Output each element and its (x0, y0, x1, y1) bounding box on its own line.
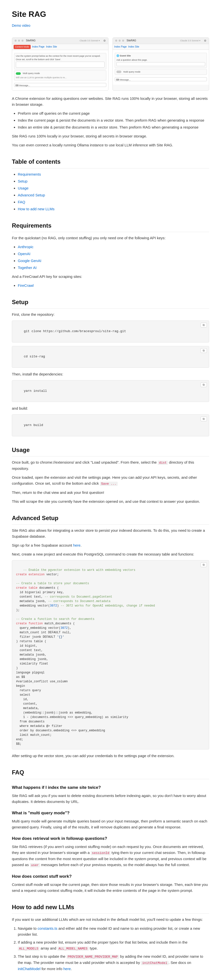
demo-link[interactable]: Demo video (12, 23, 30, 28)
screenshot-left-subtitle: Claude 3.5 Sonnet ▾ (80, 39, 100, 42)
faq-a4: Context stuff mode will scrape the curre… (12, 882, 209, 894)
storage-note: Site RAG runs 100% locally in your brows… (12, 133, 209, 139)
screenshot-right-header: SiteRAG Claude 3.5 Sonnet ▾ ⚙ (113, 38, 209, 45)
faq-q2: What is "multi query mode"? (12, 810, 209, 816)
left-input-1[interactable] (16, 62, 104, 68)
sql-copy-btn[interactable]: ⧉ (200, 562, 207, 567)
rnav-index-page[interactable]: Index Page (114, 45, 127, 49)
faq-q4: How does context stuff work? (12, 873, 209, 880)
sessionid-inline: sessionId (91, 851, 110, 855)
signup-link[interactable]: here (73, 543, 81, 547)
install-note: Then, install the dependencies: (12, 371, 209, 377)
constants-link[interactable]: constants.ts (38, 926, 57, 931)
setup-heading: Setup (12, 298, 209, 309)
sql-code-block: ⧉-- Enable the pgvector extension to wor… (12, 560, 209, 749)
add-llms-step-2: If adding a new provider list, ensure yo… (18, 939, 209, 951)
screenshot-right-content: 🌐 Guest Site Ask a question about this p… (113, 50, 209, 85)
install-cmd: yarn install (24, 389, 47, 393)
page-container: Site RAG Demo video SiteRAG Claude 3.5 S… (0, 0, 221, 980)
ollama-note: You can even connect a locally running O… (12, 142, 209, 148)
faq-q3: How does retrieval work in followup ques… (12, 835, 209, 842)
requirements-intro: For the quickstart (no RAG, only context… (12, 235, 209, 241)
toc-heading: Table of contents (12, 157, 209, 168)
usage-heading: Usage (12, 445, 209, 457)
right-input-1[interactable] (117, 62, 205, 66)
left-chat-area: ⌨ Message... (14, 81, 106, 88)
screenshot-area: SiteRAG Claude 3.5 Sonnet ▾ ⚙ Content Mo… (12, 37, 209, 91)
all-model-names-inline: ALL_MODEL_NAMES (57, 947, 89, 951)
advanced-setup-heading: Advanced Setup (12, 514, 209, 525)
api-keys-list: Anthropic OpenAI Google GenAI Together A… (18, 244, 209, 271)
faq-a1: Site RAG will ask you if you want to del… (12, 793, 209, 805)
right-chat-area: ⌨ Message... (115, 76, 207, 83)
rnav-index-site[interactable]: Index Site (128, 45, 139, 49)
clone-code-block: ⧉git clone https://github.com/bracesprou… (12, 320, 209, 342)
cd-code-block: ⧉cd site-rag (12, 346, 209, 368)
toc-item-requirements[interactable]: Requirements (18, 171, 209, 177)
screenshot-left: SiteRAG Claude 3.5 Sonnet ▾ ⚙ Content Mo… (12, 37, 109, 91)
build-copy-btn[interactable]: ⧉ (200, 417, 207, 421)
nav-content-mode[interactable]: Content Mode (14, 45, 31, 49)
clone-cmd: git clone https://github.com/bracesproul… (24, 329, 126, 333)
api-key-openai: OpenAI (18, 251, 209, 257)
usage-step-3: Then, return to the chat view and ask yo… (12, 490, 209, 496)
install-copy-btn[interactable]: ⧉ (200, 382, 207, 387)
add-llms-steps: Navigate to constants.ts and either add … (18, 926, 209, 972)
dot3 (22, 40, 24, 41)
right-panel-guest: 🌐 Guest Site Ask a question about this p… (115, 53, 207, 68)
toc-item-usage[interactable]: Usage (18, 185, 209, 191)
toggle-2[interactable] (117, 71, 122, 73)
initchatmodel-link[interactable]: initChatModel (18, 967, 41, 971)
screenshot-left-icon: ⚙ (103, 39, 106, 43)
screenshot-left-content: Use the system prompt below as the conte… (12, 50, 108, 91)
add-llms-heading: How to add new LLMs (12, 902, 209, 914)
provider-map-inline: PROVIDER_NAME_PROVIDER_MAP (66, 955, 119, 959)
initchatmodel-inline: initChatModel (141, 961, 168, 965)
left-message-input[interactable]: ⌨ Message... (14, 83, 106, 87)
faq-heading: FAQ (12, 768, 209, 779)
build-note: and build: (12, 406, 209, 411)
screenshot-left-header: SiteRAG Claude 3.5 Sonnet ▾ ⚙ (12, 38, 108, 45)
firecrawl-list: FireCrawl (18, 283, 209, 288)
right-panel-2: Multi query mode (115, 69, 207, 75)
toc-item-advanced[interactable]: Advanced Setup (18, 192, 209, 198)
setup-intro: First, clone the repository: (12, 312, 209, 318)
cd-copy-btn[interactable]: ⧉ (200, 348, 207, 353)
advanced-signup: Sign up for a free Supabase account here… (12, 542, 209, 548)
faq-a2: Multi query mode will generate multiple … (12, 818, 209, 830)
screenshot-left-nav: Content Mode Index Page Index Site (12, 44, 108, 50)
faq-a3: Site RAG retrieves (if you aren't using … (12, 844, 209, 868)
here-link[interactable]: here (63, 967, 71, 971)
left-panel-1: Use the system prompt below as the conte… (14, 53, 106, 70)
left-panel-2: Multi query mode Will use an LLM to gene… (14, 70, 106, 81)
screenshot-right-model: Claude 3.5 Sonnet ▾ (180, 39, 200, 42)
dot1 (14, 40, 17, 41)
all-models-inline: ALL_MODELS (18, 947, 39, 951)
api-key-google: Google GenAI (18, 258, 209, 264)
api-key-anthropic: Anthropic (18, 244, 209, 250)
clone-copy-btn[interactable]: ⧉ (200, 323, 207, 328)
add-llms-step-1: Navigate to constants.ts and either add … (18, 926, 209, 937)
nav-index-page[interactable]: Index Page (32, 45, 45, 49)
dot2 (18, 40, 20, 41)
toc-item-setup[interactable]: Setup (18, 178, 209, 184)
screenshot-left-title: SiteRAG (26, 39, 36, 43)
toc-item-faq[interactable]: FAQ (18, 199, 209, 205)
features-list: Preform one off queries on the current p… (18, 110, 209, 130)
toggle-1[interactable] (16, 72, 21, 75)
usage-step-2: Once loaded, open the extension and visi… (12, 474, 209, 487)
build-code-block: ⧉yarn build (12, 414, 209, 436)
toggle-label-1: Multi query mode (23, 72, 40, 75)
nav-index-site[interactable]: Index Site (46, 45, 57, 49)
add-llms-step-3: The last step is to update the PROVIDER_… (18, 953, 209, 972)
toc-list: Requirements Setup Usage Advanced Setup … (18, 171, 209, 212)
toggle-label-2: Multi query mode (123, 70, 140, 73)
usage-step-4: This will scrape the site you currently … (12, 498, 209, 504)
build-cmd: yarn build (24, 423, 43, 427)
signup-text: Sign up for a free Supabase account (12, 543, 72, 547)
right-message-input[interactable]: ⌨ Message... (115, 77, 207, 81)
add-llms-intro: If you want to use additional LLMs which… (12, 916, 209, 923)
firecrawl-note: And a FireCrawl API key for scraping sit… (12, 274, 209, 280)
toc-item-llms[interactable]: How to add new LLMs (18, 206, 209, 212)
advanced-intro: Site RAG also allows for integrating a v… (12, 528, 209, 539)
